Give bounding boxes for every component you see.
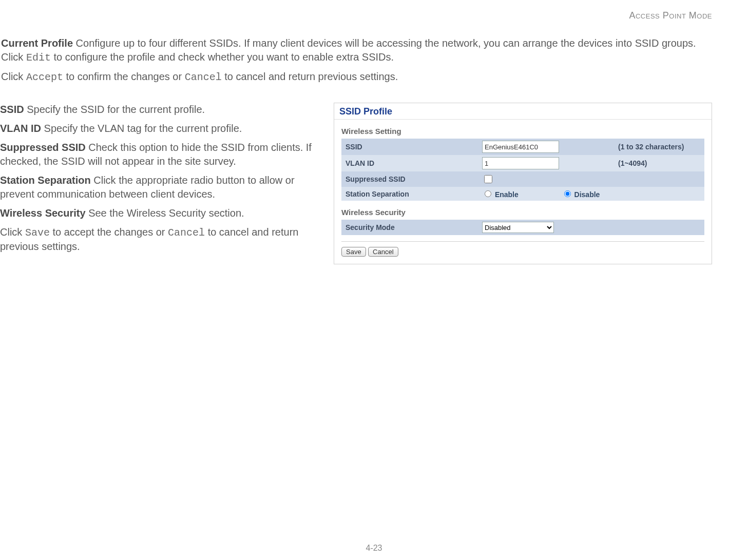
intro-text-1b: to configure the profile and check wheth…	[51, 51, 394, 63]
suppressed-checkbox[interactable]	[484, 175, 492, 183]
disable-option[interactable]: Disable	[562, 190, 600, 199]
def-security: Wireless Security See the Wireless Secur…	[0, 206, 318, 220]
ssid-hint: (1 to 32 characters)	[614, 139, 704, 155]
current-profile-label: Current Profile	[1, 37, 73, 49]
def-save-line: Click Save to accept the changes or Canc…	[0, 225, 318, 254]
disable-label: Disable	[574, 190, 600, 199]
def-vlan-text: Specify the VLAN tag for the current pro…	[41, 123, 242, 134]
enable-label: Enable	[495, 190, 519, 199]
def-vlan-bold: VLAN ID	[0, 123, 41, 134]
save-command: Save	[25, 227, 50, 239]
def-suppressed: Suppressed SSID Check this option to hid…	[0, 141, 318, 168]
ssid-input[interactable]	[482, 141, 559, 153]
page-header-section: Access Point Mode	[0, 10, 712, 21]
accept-command: Accept	[26, 71, 63, 83]
row-ssid: SSID (1 to 32 characters)	[341, 139, 704, 155]
def-ssid-bold: SSID	[0, 104, 24, 115]
wireless-settings-table: SSID (1 to 32 characters) VLAN ID (1~409…	[341, 139, 704, 201]
row-separation: Station Separation Enable Disable	[341, 187, 704, 201]
def-suppressed-bold: Suppressed SSID	[0, 142, 86, 153]
def-security-bold: Wireless Security	[0, 207, 86, 219]
def-save-a: Click	[0, 226, 25, 238]
separator	[341, 241, 704, 242]
intro-text-2c: to cancel and return previous settings.	[222, 71, 398, 82]
intro-text-2a: Click	[1, 71, 26, 82]
section-wireless-security: Wireless Security	[341, 208, 704, 217]
vlan-label: VLAN ID	[341, 155, 478, 171]
vlan-hint: (1~4094)	[614, 155, 704, 171]
separation-label: Station Separation	[341, 187, 478, 201]
section-wireless-setting: Wireless Setting	[341, 127, 704, 136]
intro-text-2b: to confirm the changes or	[63, 71, 185, 82]
security-table: Security Mode Disabled	[341, 220, 704, 235]
suppressed-label: Suppressed SSID	[341, 171, 478, 187]
security-mode-label: Security Mode	[341, 220, 478, 235]
def-ssid: SSID Specify the SSID for the current pr…	[0, 103, 318, 117]
row-security-mode: Security Mode Disabled	[341, 220, 704, 235]
cancel-command-2: Cancel	[168, 227, 205, 239]
vlan-input[interactable]	[482, 157, 559, 169]
definitions-column: SSID Specify the SSID for the current pr…	[0, 103, 318, 264]
def-separation: Station Separation Click the appropriate…	[0, 173, 318, 201]
row-vlan: VLAN ID (1~4094)	[341, 155, 704, 171]
def-ssid-text: Specify the SSID for the current profile…	[24, 104, 205, 115]
edit-command: Edit	[26, 52, 51, 64]
page-number: 4-23	[0, 544, 748, 553]
def-security-text: See the Wireless Security section.	[86, 207, 244, 219]
cancel-command: Cancel	[185, 71, 222, 83]
def-save-b: to accept the changes or	[50, 226, 168, 238]
panel-title: SSID Profile	[334, 103, 712, 120]
def-vlan: VLAN ID Specify the VLAN tag for the cur…	[0, 122, 318, 136]
enable-radio[interactable]	[485, 190, 491, 197]
row-suppressed: Suppressed SSID	[341, 171, 704, 187]
def-separation-bold: Station Separation	[0, 175, 91, 186]
ssid-profile-panel: SSID Profile Wireless Setting SSID (1 to…	[334, 103, 712, 264]
save-button[interactable]: Save	[341, 247, 366, 257]
intro-paragraph-1: Current Profile Configure up to four dif…	[0, 36, 712, 65]
disable-radio[interactable]	[564, 190, 571, 197]
enable-option[interactable]: Enable	[482, 190, 519, 199]
cancel-button[interactable]: Cancel	[368, 247, 398, 257]
security-mode-select[interactable]: Disabled	[482, 222, 554, 233]
intro-paragraph-2: Click Accept to confirm the changes or C…	[0, 70, 712, 84]
ssid-label: SSID	[341, 139, 478, 155]
